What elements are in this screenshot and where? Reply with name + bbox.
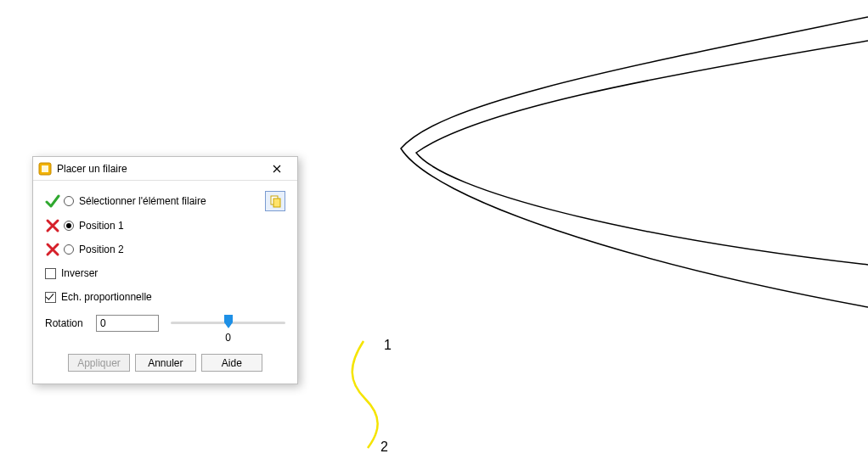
slider-value: 0 — [225, 332, 231, 344]
step3-label: Position 2 — [79, 244, 124, 255]
close-button[interactable] — [260, 157, 294, 181]
radio-position-2[interactable] — [64, 244, 74, 255]
dialog-titlebar[interactable]: Placer un filaire — [33, 157, 297, 181]
cancel-button[interactable]: Annuler — [135, 354, 196, 372]
dialog-title: Placer un filaire — [57, 163, 260, 175]
scale-label: Ech. proportionnelle — [61, 291, 152, 303]
annotation-1: 1 — [384, 338, 392, 353]
help-button[interactable]: Aide — [201, 354, 262, 372]
copy-button[interactable] — [265, 191, 285, 211]
checkbox-proportional-scale[interactable] — [45, 292, 56, 303]
apply-button[interactable]: Appliquer — [68, 354, 130, 372]
radio-position-1[interactable] — [64, 221, 74, 231]
place-filaire-dialog: Placer un filaire Sélectionner l'élément… — [32, 156, 298, 384]
cross-icon — [45, 242, 60, 257]
check-icon — [45, 193, 60, 209]
annotation-2: 2 — [380, 440, 388, 455]
step1-label: Sélectionner l'élément filaire — [79, 195, 206, 207]
cross-icon — [45, 218, 60, 233]
checkbox-invert[interactable] — [45, 268, 56, 279]
invert-label: Inverser — [61, 267, 98, 279]
rotation-label: Rotation — [45, 317, 96, 329]
svg-rect-3 — [273, 199, 280, 207]
step2-label: Position 1 — [79, 220, 124, 232]
app-icon — [38, 162, 52, 176]
rotation-input[interactable] — [96, 315, 159, 332]
rotation-slider[interactable]: 0 — [171, 313, 285, 333]
slider-thumb[interactable] — [224, 315, 233, 328]
radio-select-element[interactable] — [64, 196, 74, 206]
svg-rect-1 — [42, 165, 48, 172]
